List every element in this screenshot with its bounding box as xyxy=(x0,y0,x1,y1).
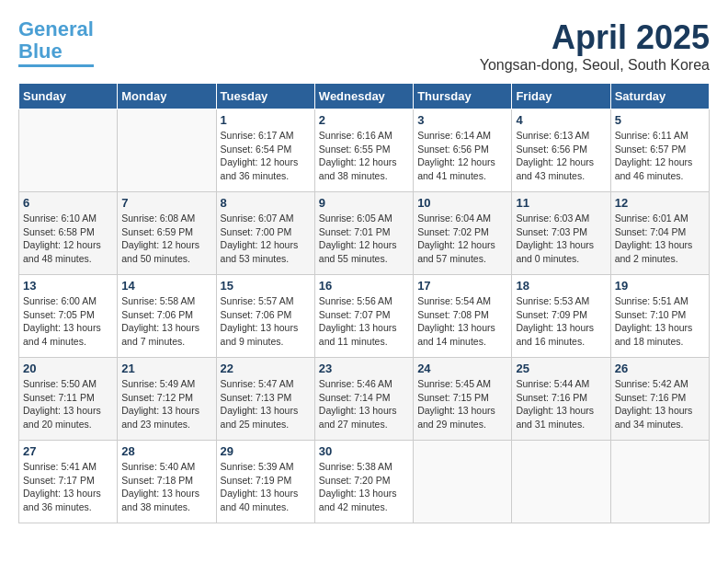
calendar-cell: 20Sunrise: 5:50 AMSunset: 7:11 PMDayligh… xyxy=(19,358,118,441)
calendar-cell: 1Sunrise: 6:17 AMSunset: 6:54 PMDaylight… xyxy=(216,109,314,192)
day-info: Sunrise: 5:41 AMSunset: 7:17 PMDaylight:… xyxy=(23,460,113,514)
day-info: Sunrise: 5:42 AMSunset: 7:16 PMDaylight:… xyxy=(615,377,705,431)
day-number: 28 xyxy=(121,444,211,458)
weekday-header: Saturday xyxy=(610,84,709,109)
calendar-week-row: 27Sunrise: 5:41 AMSunset: 7:17 PMDayligh… xyxy=(19,441,710,523)
day-number: 14 xyxy=(121,279,211,293)
day-number: 12 xyxy=(615,196,705,210)
weekday-header: Thursday xyxy=(414,84,512,109)
weekday-header: Monday xyxy=(118,84,216,109)
day-info: Sunrise: 5:45 AMSunset: 7:15 PMDaylight:… xyxy=(417,377,507,431)
day-info: Sunrise: 5:57 AMSunset: 7:06 PMDaylight:… xyxy=(221,294,311,349)
day-info: Sunrise: 5:39 AMSunset: 7:19 PMDaylight:… xyxy=(221,460,311,514)
day-number: 3 xyxy=(417,113,507,127)
day-number: 26 xyxy=(615,362,705,375)
day-number: 1 xyxy=(221,113,311,127)
day-number: 18 xyxy=(516,279,606,293)
day-number: 9 xyxy=(319,196,409,210)
page-header: General Blue April 2025 Yongsan-dong, Se… xyxy=(18,18,710,74)
day-info: Sunrise: 6:10 AMSunset: 6:58 PMDaylight:… xyxy=(23,212,113,266)
day-number: 7 xyxy=(121,196,211,210)
calendar-cell: 10Sunrise: 6:04 AMSunset: 7:02 PMDayligh… xyxy=(414,192,512,275)
day-info: Sunrise: 5:47 AMSunset: 7:13 PMDaylight:… xyxy=(221,377,311,431)
logo-general: General xyxy=(18,17,94,40)
calendar-cell xyxy=(512,441,610,523)
calendar-cell: 5Sunrise: 6:11 AMSunset: 6:57 PMDaylight… xyxy=(610,109,709,192)
day-number: 25 xyxy=(516,362,606,375)
day-number: 13 xyxy=(23,279,113,293)
calendar-cell xyxy=(610,441,709,523)
day-number: 29 xyxy=(221,444,311,458)
day-info: Sunrise: 6:03 AMSunset: 7:03 PMDaylight:… xyxy=(516,212,606,266)
calendar-week-row: 1Sunrise: 6:17 AMSunset: 6:54 PMDaylight… xyxy=(19,109,710,192)
weekday-header: Wednesday xyxy=(314,84,413,109)
calendar-cell: 13Sunrise: 6:00 AMSunset: 7:05 PMDayligh… xyxy=(19,275,118,358)
day-number: 15 xyxy=(221,279,311,293)
day-info: Sunrise: 6:08 AMSunset: 6:59 PMDaylight:… xyxy=(121,212,211,266)
calendar-cell: 4Sunrise: 6:13 AMSunset: 6:56 PMDaylight… xyxy=(512,109,610,192)
calendar-cell: 11Sunrise: 6:03 AMSunset: 7:03 PMDayligh… xyxy=(512,192,610,275)
day-info: Sunrise: 5:44 AMSunset: 7:16 PMDaylight:… xyxy=(516,377,606,431)
title-section: April 2025 Yongsan-dong, Seoul, South Ko… xyxy=(480,18,710,74)
calendar-cell: 25Sunrise: 5:44 AMSunset: 7:16 PMDayligh… xyxy=(512,358,610,441)
day-number: 16 xyxy=(319,279,409,293)
calendar-cell xyxy=(414,441,512,523)
weekday-header: Tuesday xyxy=(216,84,314,109)
day-number: 20 xyxy=(23,362,113,375)
day-number: 24 xyxy=(417,362,507,375)
calendar-cell: 23Sunrise: 5:46 AMSunset: 7:14 PMDayligh… xyxy=(314,358,413,441)
day-info: Sunrise: 5:53 AMSunset: 7:09 PMDaylight:… xyxy=(516,294,606,349)
location: Yongsan-dong, Seoul, South Korea xyxy=(480,57,710,74)
logo-text: General Blue xyxy=(18,18,94,63)
calendar-cell: 6Sunrise: 6:10 AMSunset: 6:58 PMDaylight… xyxy=(19,192,118,275)
calendar-cell: 29Sunrise: 5:39 AMSunset: 7:19 PMDayligh… xyxy=(216,441,314,523)
calendar-cell: 21Sunrise: 5:49 AMSunset: 7:12 PMDayligh… xyxy=(118,358,216,441)
logo: General Blue xyxy=(18,18,94,67)
calendar-header: SundayMondayTuesdayWednesdayThursdayFrid… xyxy=(19,84,710,109)
calendar-cell: 14Sunrise: 5:58 AMSunset: 7:06 PMDayligh… xyxy=(118,275,216,358)
day-number: 10 xyxy=(417,196,507,210)
weekday-row: SundayMondayTuesdayWednesdayThursdayFrid… xyxy=(19,84,710,109)
month-title: April 2025 xyxy=(480,18,710,57)
day-info: Sunrise: 6:13 AMSunset: 6:56 PMDaylight:… xyxy=(516,129,606,183)
calendar-cell: 19Sunrise: 5:51 AMSunset: 7:10 PMDayligh… xyxy=(610,275,709,358)
weekday-header: Friday xyxy=(512,84,610,109)
day-number: 4 xyxy=(516,113,606,127)
calendar-cell: 22Sunrise: 5:47 AMSunset: 7:13 PMDayligh… xyxy=(216,358,314,441)
calendar-week-row: 6Sunrise: 6:10 AMSunset: 6:58 PMDaylight… xyxy=(19,192,710,275)
calendar-cell: 3Sunrise: 6:14 AMSunset: 6:56 PMDaylight… xyxy=(414,109,512,192)
calendar-cell: 8Sunrise: 6:07 AMSunset: 7:00 PMDaylight… xyxy=(216,192,314,275)
day-info: Sunrise: 5:46 AMSunset: 7:14 PMDaylight:… xyxy=(319,377,409,431)
day-info: Sunrise: 5:58 AMSunset: 7:06 PMDaylight:… xyxy=(121,294,211,349)
day-info: Sunrise: 5:51 AMSunset: 7:10 PMDaylight:… xyxy=(615,294,705,349)
calendar-cell: 2Sunrise: 6:16 AMSunset: 6:55 PMDaylight… xyxy=(314,109,413,192)
calendar-week-row: 20Sunrise: 5:50 AMSunset: 7:11 PMDayligh… xyxy=(19,358,710,441)
day-info: Sunrise: 6:16 AMSunset: 6:55 PMDaylight:… xyxy=(319,129,409,183)
calendar-cell: 27Sunrise: 5:41 AMSunset: 7:17 PMDayligh… xyxy=(19,441,118,523)
calendar-cell xyxy=(118,109,216,192)
weekday-header: Sunday xyxy=(19,84,118,109)
day-number: 27 xyxy=(23,444,113,458)
day-info: Sunrise: 6:11 AMSunset: 6:57 PMDaylight:… xyxy=(615,129,705,183)
calendar-cell: 26Sunrise: 5:42 AMSunset: 7:16 PMDayligh… xyxy=(610,358,709,441)
day-info: Sunrise: 5:49 AMSunset: 7:12 PMDaylight:… xyxy=(121,377,211,431)
calendar-cell: 7Sunrise: 6:08 AMSunset: 6:59 PMDaylight… xyxy=(118,192,216,275)
calendar-body: 1Sunrise: 6:17 AMSunset: 6:54 PMDaylight… xyxy=(19,109,710,523)
calendar-cell: 30Sunrise: 5:38 AMSunset: 7:20 PMDayligh… xyxy=(314,441,413,523)
day-number: 17 xyxy=(417,279,507,293)
calendar-cell: 16Sunrise: 5:56 AMSunset: 7:07 PMDayligh… xyxy=(314,275,413,358)
day-number: 11 xyxy=(516,196,606,210)
day-number: 2 xyxy=(319,113,409,127)
calendar-cell: 15Sunrise: 5:57 AMSunset: 7:06 PMDayligh… xyxy=(216,275,314,358)
calendar-cell: 12Sunrise: 6:01 AMSunset: 7:04 PMDayligh… xyxy=(610,192,709,275)
logo-blue: Blue xyxy=(18,40,63,63)
day-info: Sunrise: 5:38 AMSunset: 7:20 PMDaylight:… xyxy=(319,460,409,514)
day-info: Sunrise: 6:00 AMSunset: 7:05 PMDaylight:… xyxy=(23,294,113,349)
calendar-table: SundayMondayTuesdayWednesdayThursdayFrid… xyxy=(18,83,710,523)
day-number: 19 xyxy=(615,279,705,293)
calendar-cell: 17Sunrise: 5:54 AMSunset: 7:08 PMDayligh… xyxy=(414,275,512,358)
day-info: Sunrise: 6:17 AMSunset: 6:54 PMDaylight:… xyxy=(221,129,311,183)
day-number: 5 xyxy=(615,113,705,127)
day-info: Sunrise: 6:05 AMSunset: 7:01 PMDaylight:… xyxy=(319,212,409,266)
day-info: Sunrise: 5:40 AMSunset: 7:18 PMDaylight:… xyxy=(121,460,211,514)
